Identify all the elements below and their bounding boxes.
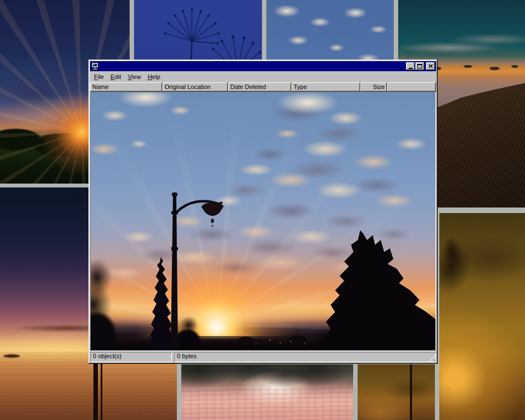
computer-icon[interactable]	[91, 62, 99, 70]
resize-grip[interactable]	[429, 355, 435, 362]
sunset-lamppost-photo	[91, 92, 435, 350]
column-headers: Name Original Location Date Deleted Type…	[90, 82, 436, 92]
menu-file[interactable]: File	[91, 72, 107, 81]
maximize-button[interactable]	[415, 62, 424, 70]
close-button[interactable]	[426, 62, 435, 70]
pole-silhouette	[410, 364, 412, 420]
title-bar[interactable]	[90, 61, 436, 71]
status-size-text: 0 bytes	[177, 353, 196, 359]
distant-shore	[3, 354, 20, 358]
wallpaper-photo-amber-left	[358, 364, 435, 420]
file-list-area[interactable]	[90, 92, 436, 351]
status-total-size: 0 bytes	[174, 352, 436, 362]
column-header-original-location[interactable]: Original Location	[162, 82, 228, 92]
water-pole	[101, 363, 102, 420]
desktop: File Edit View Help Name Original Locati…	[0, 0, 525, 420]
menu-bar: File Edit View Help	[90, 71, 436, 82]
wallpaper-photo-amber-glow	[439, 213, 525, 420]
recycle-bin-window: File Edit View Help Name Original Locati…	[88, 60, 438, 364]
minimize-button[interactable]	[406, 62, 415, 70]
wallpaper-photo-pink-reflection	[181, 364, 353, 420]
column-header-type[interactable]: Type	[291, 82, 360, 92]
water-ripples	[181, 387, 353, 420]
water-pole	[93, 360, 98, 420]
tree-silhouette-left-edge	[91, 259, 122, 350]
maximize-icon	[417, 64, 423, 69]
menu-help[interactable]: Help	[144, 72, 164, 81]
status-object-count: 0 object(s)	[90, 352, 172, 362]
menu-edit[interactable]: Edit	[107, 72, 125, 81]
column-header-name[interactable]: Name	[90, 82, 162, 92]
minimize-icon	[409, 68, 413, 69]
lamppost-silhouette	[166, 191, 228, 348]
menu-view[interactable]: View	[125, 72, 145, 81]
status-bar: 0 object(s) 0 bytes	[90, 352, 436, 362]
close-icon	[428, 64, 433, 68]
column-header-filler	[387, 82, 436, 92]
column-header-size[interactable]: Size	[360, 82, 387, 92]
column-header-date-deleted[interactable]: Date Deleted	[228, 82, 291, 92]
